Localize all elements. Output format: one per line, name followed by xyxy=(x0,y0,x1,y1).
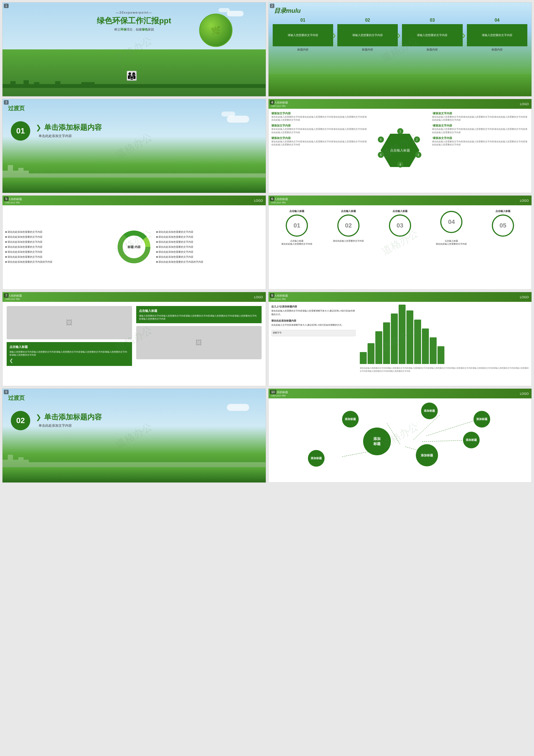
hex-item-3: 请添加文字内容 请在此处输入您需要的文字内容请在此处输入您需要的文字内容请在此处… xyxy=(271,136,368,146)
slide-8: 8 输入你的标题 Add your title LOGO 这儿上*以添加标题内容… xyxy=(268,292,532,386)
hex-center: 点击输入标题 1 2 3 4 5 6 xyxy=(369,112,431,189)
arrow-9: ❯ xyxy=(36,413,41,421)
bot-desc-2: 请在此处输入您需要的文字内容 xyxy=(325,239,371,242)
slides-grid: 1 🌿 —20xxpowerpoint— 绿色环保工作汇报ppt 树立环保理念，… xyxy=(0,0,534,485)
slide-8-subtitle: Add your title xyxy=(271,298,288,301)
hex-right: ·请添加文字内容 请在此处输入您需要的文字内容请在此处输入您需要的文字内容请在此… xyxy=(432,112,529,189)
toc-label-4: 标题内容 xyxy=(467,48,527,52)
hex-num-6: 6 xyxy=(378,137,384,143)
speech-bubble: 调整字号 xyxy=(271,330,356,336)
left-item-2: ■ 请在此处添加您需要的文字内容 xyxy=(5,234,112,239)
transition-title-3: 单击添加标题内容 xyxy=(44,122,102,132)
speech-text: 调整字号 xyxy=(273,332,281,334)
toc-arrow-2: ❯ xyxy=(397,33,401,38)
cloud-3b xyxy=(221,112,235,117)
slide-10-subtitle: Add your title xyxy=(271,394,288,397)
chart-desc1-title: 这儿上*以添加标题内容 xyxy=(271,305,356,309)
right-item-3: ■ 请在此处添加您需要的文字内容 xyxy=(156,239,263,244)
right-item-4: ■ 请在此处添加您需要的文字内容 xyxy=(156,244,263,249)
bubble-3: 添加标题 xyxy=(363,427,391,455)
slide-5-subtitle: Add your title xyxy=(5,201,22,204)
slide-number-5: 5 xyxy=(4,197,9,201)
slide-1-subtitle: —20xxpowerpoint— xyxy=(3,11,266,14)
num-circle-4: 04 xyxy=(440,211,463,233)
donut-label: 标题 内容 xyxy=(128,245,141,249)
toc-arrow-3: ❯ xyxy=(462,33,466,38)
numbers-content: 点击输入标题 01 点击输入标题 02 点击输入标题 03 04 点击输入标题 xyxy=(269,205,532,250)
bot-desc-1: 请在此处输入您需要的文字内容 xyxy=(274,242,320,246)
toc-text-2: 请输入您想要的文字内容 xyxy=(352,33,383,37)
toc-text-3: 请输入您想要的文字内容 xyxy=(417,33,447,37)
cloud-3a xyxy=(227,116,249,122)
arrow-title-9: ❯ 单击添加标题内容 xyxy=(36,412,102,422)
chart-desc2-text: 在此处输入文字内容请调整字体大小,建议采用1.5倍行距如何调整的方式。 xyxy=(271,323,356,327)
slide-3: 3 过渡页 01 ❯ 单击添加标题内容 单击此处添加文字内容 道格办公 xyxy=(2,99,266,193)
toc-box-1: 请输入您想要的文字内容 ❯ xyxy=(273,24,333,46)
chart-footer: 请在此处输入您想要的文字内容请输入您想要的文字内容请输入您想要的文字内容请输入您… xyxy=(360,365,529,374)
chart-desc: 这儿上*以添加标题内容 请在此处输入您需要的文字内容请输入您需要调整字体大小,建… xyxy=(271,305,356,374)
toc-num-2: 02 xyxy=(337,18,398,23)
slide-8-header: 输入你的标题 Add your title LOGO xyxy=(269,292,532,302)
gray-box-1: 🖼 xyxy=(7,306,132,339)
transition-num-9: 02 xyxy=(11,411,30,430)
num-title-3: 点击输入标题 xyxy=(377,209,423,213)
grass-3 xyxy=(3,177,266,193)
num-item-5: 点击输入标题 05 xyxy=(480,209,526,237)
family-icon: 👨‍👩‍👧 xyxy=(126,70,137,81)
slide-number-10: 10 xyxy=(270,390,276,394)
bubble-5: 添加标题 xyxy=(416,444,438,466)
slide-number-1: 1 xyxy=(4,4,9,8)
hex-item-2-title: 请添加文字内容 xyxy=(271,124,368,128)
slide-6-subtitle: Add your title xyxy=(271,201,288,204)
toc-box-3: 请输入您想要的文字内容 ❯ xyxy=(402,24,463,46)
num-title-5: 点击输入标题 xyxy=(480,209,526,213)
box-title-2: 点击输入标题 xyxy=(139,309,259,313)
slide-number-9: 9 xyxy=(4,390,9,394)
hex-item-2-text: 请在此处输入您需要的文字内容请在此处输入您需要的文字内容请在此处输入您需要的文字… xyxy=(271,128,368,134)
slide-10-header: 输入你的标题 Add your title LOGO xyxy=(269,389,532,398)
hex-item-2: 请添加文字内容 请在此处输入您需要的文字内容请在此处输入您需要的文字内容请在此处… xyxy=(271,124,368,134)
transition-num-3: 01 xyxy=(11,121,30,141)
desc-text-5: 家园 xyxy=(148,28,154,31)
grass-9 xyxy=(3,467,266,482)
slide-6-logo: LOGO xyxy=(520,199,529,202)
bar-8 xyxy=(414,320,421,364)
slide-5-header: 输入你的标题 Add your title LOGO xyxy=(3,196,266,205)
watermark-3: 道格办公 xyxy=(114,130,155,162)
hex-item-6-text: 请在此处输入您需要的文字内容请在此处输入您需要的文字内容请在此处输入您需要的文字… xyxy=(432,140,529,146)
right-item-2: ■ 请在此处添加您需要的文字内容 xyxy=(156,234,263,239)
hex-item-1: 请添加文字内容 请在此处输入您需要的文字内容请在此处输入您需要的文字内容请在此处… xyxy=(271,112,368,122)
bot-title-4: 点击输入标题 xyxy=(428,239,475,242)
hex-item-3-title: 请添加文字内容 xyxy=(271,136,368,140)
box-text-1: 请输入您想要的文字内容输入您想要的文字内容请输入您想要的文字内容请输入您想要的文… xyxy=(10,350,129,357)
slide-1-main-title: 绿色环保工作汇报ppt xyxy=(3,15,266,26)
left-item-7: ■ 请在此处添加您需要的文字内容的字内容 xyxy=(5,259,112,264)
bot-title-1: 点击输入标题 xyxy=(274,239,320,242)
transition-label-9: 过渡页 xyxy=(8,394,260,402)
slide-7-logo: LOGO xyxy=(254,295,263,299)
hex-item-1-title: 请添加文字内容 xyxy=(271,112,368,116)
bar-5 xyxy=(391,313,398,364)
hex-item-1-text: 请在此处输入您需要的文字内容请在此处输入您需要的文字内容请在此处输入您需要的文字… xyxy=(271,116,368,122)
left-item-6: ■ 请在此处添加您需要的文字内容 xyxy=(5,255,112,259)
toc-box-4: 请输入您想要的文字内容 xyxy=(467,24,527,46)
slide-number-6: 6 xyxy=(270,197,275,201)
hex-item-6-title: ·请添加文字内容 xyxy=(432,136,529,140)
bubble-2-text: 添加标题 xyxy=(424,409,435,413)
bar-9 xyxy=(422,329,429,364)
slide-4-subtitle: Add your title xyxy=(271,105,288,107)
circle-content: ■ 请在此处添加您需要的文字内容 ■ 请在此处添加您需要的文字内容 ■ 请在此处… xyxy=(3,205,266,288)
slide-6: 6 输入你的标题 Add your title LOGO 点击输入标题 01 点… xyxy=(268,195,532,290)
bubble-content: 添加标题 添加标题 添加标题 添加标题 添加标题 添加标题 添加标题 xyxy=(269,398,532,482)
right-item-7: ■ 请在此处添加您需要的文字内容的字内容 xyxy=(156,259,263,264)
bubble-2: 添加标题 xyxy=(421,403,438,419)
slide-1-content: —20xxpowerpoint— 绿色环保工作汇报ppt 树立环保理念，创建绿色… xyxy=(3,3,266,32)
circle-left-list: ■ 请在此处添加您需要的文字内容 ■ 请在此处添加您需要的文字内容 ■ 请在此处… xyxy=(5,230,112,264)
slide-1-desc: 树立环保理念，创建绿色家园 xyxy=(3,27,266,32)
num-circle-3: 03 xyxy=(389,214,411,237)
bubble-4-text: 添加标题 xyxy=(311,456,322,460)
left-item-3: ■ 请在此处添加您需要的文字内容 xyxy=(5,239,112,244)
donut-chart: 标题 内容 xyxy=(116,229,152,265)
bar-10 xyxy=(430,338,437,364)
num-item-2: 点击输入标题 02 xyxy=(325,209,371,237)
